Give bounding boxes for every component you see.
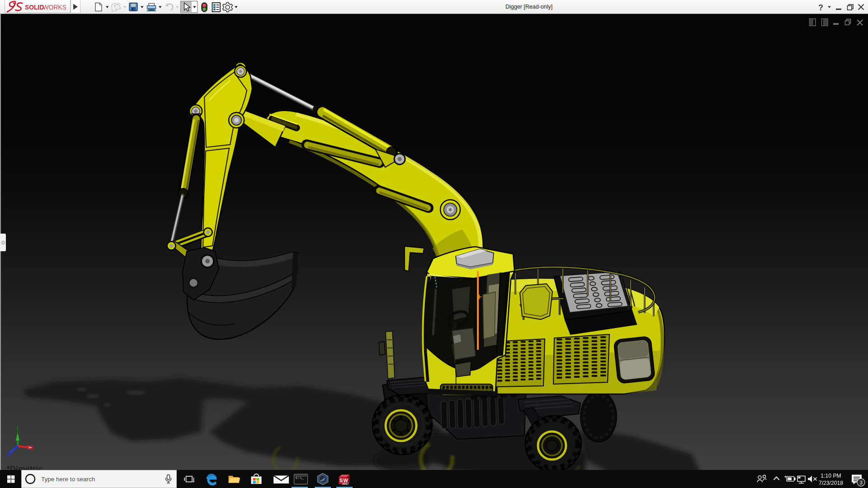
svg-text:C:\_: C:\_ bbox=[296, 476, 304, 480]
svg-text:1:10 PM: 1:10 PM bbox=[821, 473, 841, 479]
svg-text:7/23/2018: 7/23/2018 bbox=[819, 480, 843, 486]
svg-text:?: ? bbox=[818, 3, 823, 12]
svg-text:SOLID: SOLID bbox=[25, 4, 44, 11]
svg-text:2017: 2017 bbox=[342, 482, 349, 485]
svg-text:WORKS: WORKS bbox=[43, 4, 66, 11]
svg-text:3: 3 bbox=[860, 480, 863, 485]
